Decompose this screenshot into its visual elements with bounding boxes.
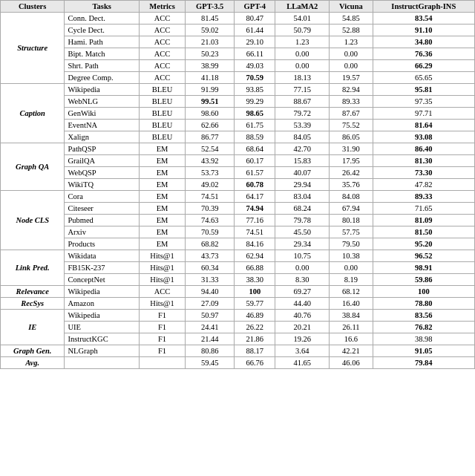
task-name: NLGraph (65, 345, 140, 357)
cluster-cell: RecSys (1, 298, 65, 310)
task-name: WikiTQ (65, 179, 140, 191)
instructgraph-value: 66.29 (373, 60, 474, 72)
metric-name: Hits@1 (139, 298, 185, 310)
table-row: ConceptNetHits@131.3338.308.308.1959.86 (1, 274, 475, 286)
metric-name: EM (139, 226, 185, 238)
gpt35-value: 50.23 (186, 48, 235, 60)
gpt35-value: 27.09 (186, 298, 235, 310)
gpt35-value: 43.92 (186, 155, 235, 167)
llama2-value: 79.72 (275, 108, 330, 120)
instructgraph-value: 76.36 (373, 48, 474, 60)
table-row: Hami. PathACC21.0329.101.231.2334.80 (1, 36, 475, 48)
vicuna-value: 42.21 (330, 345, 373, 357)
results-table-container: Clusters Tasks Metrics GPT-3.5 GPT-4 LLa… (0, 0, 475, 369)
metric-name (139, 357, 185, 369)
task-name: EventNA (65, 120, 140, 131)
llama2-value: 53.39 (275, 120, 330, 131)
header-llama2: LLaMA2 (275, 1, 330, 13)
instructgraph-value: 81.50 (373, 226, 474, 238)
gpt35-value: 59.45 (186, 357, 235, 369)
vicuna-value: 82.94 (330, 84, 373, 96)
cluster-cell: Graph Gen. (1, 345, 65, 357)
metric-name: ACC (139, 13, 185, 25)
task-name: InstructKGC (65, 333, 140, 345)
instructgraph-value: 95.20 (373, 238, 474, 250)
metric-name: EM (139, 179, 185, 191)
metric-name: F1 (139, 310, 185, 322)
instructgraph-value: 81.64 (373, 120, 474, 131)
task-name: Wikipedia (65, 84, 140, 96)
llama2-value: 29.94 (275, 179, 330, 191)
header-instructgraph: InstructGraph-INS (373, 1, 474, 13)
gpt4-value: 74.51 (235, 226, 275, 238)
vicuna-value: 79.50 (330, 238, 373, 250)
metric-name: EM (139, 155, 185, 167)
cluster-cell: IE (1, 310, 65, 345)
gpt35-value: 41.18 (186, 72, 235, 84)
instructgraph-value: 97.71 (373, 108, 474, 120)
vicuna-value: 87.67 (330, 108, 373, 120)
gpt35-value: 62.66 (186, 120, 235, 131)
vicuna-value: 0.00 (330, 262, 373, 274)
metric-name: ACC (139, 286, 185, 298)
gpt4-value: 26.22 (235, 322, 275, 333)
vicuna-value: 31.90 (330, 143, 373, 155)
metric-name: BLEU (139, 120, 185, 131)
cluster-cell: Node CLS (1, 191, 65, 250)
task-name: ConceptNet (65, 274, 140, 286)
instructgraph-value: 93.08 (373, 131, 474, 143)
table-row: PubmedEM74.6377.1679.7880.1881.09 (1, 215, 475, 226)
llama2-value: 40.76 (275, 310, 330, 322)
gpt35-value: 70.59 (186, 226, 235, 238)
metric-name: EM (139, 167, 185, 179)
metric-name: EM (139, 215, 185, 226)
table-row: UIEF124.4126.2220.2126.1176.82 (1, 322, 475, 333)
vicuna-value: 10.38 (330, 250, 373, 262)
gpt4-value: 66.11 (235, 48, 275, 60)
metric-name: Hits@1 (139, 250, 185, 262)
vicuna-value: 80.18 (330, 215, 373, 226)
gpt4-value: 61.57 (235, 167, 275, 179)
llama2-value: 20.21 (275, 322, 330, 333)
task-name: Hami. Path (65, 36, 140, 48)
gpt35-value: 21.44 (186, 333, 235, 345)
vicuna-value: 19.57 (330, 72, 373, 84)
task-name: Cycle Dect. (65, 25, 140, 36)
gpt35-value: 70.39 (186, 203, 235, 215)
table-row: Cycle Dect.ACC59.0261.4450.7952.8891.10 (1, 25, 475, 36)
llama2-value: 0.00 (275, 60, 330, 72)
gpt35-value: 98.60 (186, 108, 235, 120)
gpt4-value: 66.88 (235, 262, 275, 274)
vicuna-value: 17.95 (330, 155, 373, 167)
gpt4-value: 68.64 (235, 143, 275, 155)
gpt4-value: 98.65 (235, 108, 275, 120)
gpt35-value: 59.02 (186, 25, 235, 36)
instructgraph-value: 76.82 (373, 322, 474, 333)
instructgraph-value: 98.91 (373, 262, 474, 274)
table-row: InstructKGCF121.4421.8619.2616.638.98 (1, 333, 475, 345)
instructgraph-value: 73.30 (373, 167, 474, 179)
table-row: GrailQAEM43.9260.1715.8317.9581.30 (1, 155, 475, 167)
instructgraph-value: 47.82 (373, 179, 474, 191)
gpt35-value: 91.99 (186, 84, 235, 96)
vicuna-value: 0.00 (330, 60, 373, 72)
llama2-value: 44.40 (275, 298, 330, 310)
task-name: Shrt. Path (65, 60, 140, 72)
gpt35-value: 68.82 (186, 238, 235, 250)
gpt4-value: 70.59 (235, 72, 275, 84)
gpt4-value: 88.59 (235, 131, 275, 143)
table-row: Link Pred.WikidataHits@143.7362.9410.751… (1, 250, 475, 262)
table-row: ArxivEM70.5974.5145.5057.7581.50 (1, 226, 475, 238)
cluster-cell: Structure (1, 13, 65, 84)
llama2-value: 69.27 (275, 286, 330, 298)
task-name: UIE (65, 322, 140, 333)
table-row: XalignBLEU86.7788.5984.0586.0593.08 (1, 131, 475, 143)
metric-name: ACC (139, 25, 185, 36)
metric-name: EM (139, 203, 185, 215)
llama2-value: 54.01 (275, 13, 330, 25)
task-name (65, 357, 140, 369)
gpt35-value: 53.73 (186, 167, 235, 179)
metric-name: BLEU (139, 96, 185, 108)
gpt4-value: 100 (235, 286, 275, 298)
task-name: Wikipedia (65, 310, 140, 322)
